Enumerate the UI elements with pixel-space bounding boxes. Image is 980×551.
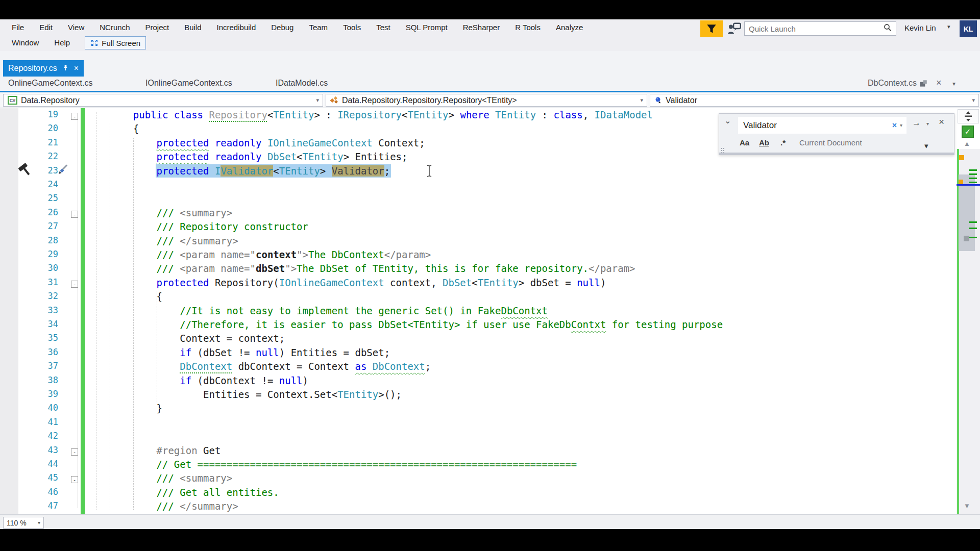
code-line-23[interactable]: 23 protected IValidator<TEntity> Validat…: [0, 165, 960, 179]
code-text: protected readonly DbSet<TEntity> Entiti…: [110, 151, 407, 162]
code-editor[interactable]: 19- public class Repository<TEntity> : I…: [0, 108, 980, 514]
vertical-scrollbar[interactable]: ✓ ▲ ▼: [957, 108, 980, 514]
quick-launch-input[interactable]: [745, 24, 879, 33]
user-menu-caret-icon[interactable]: ▾: [947, 23, 950, 30]
fold-collapse-box[interactable]: -: [71, 113, 78, 120]
code-line-30[interactable]: 30 /// <param name="dbSet">The DbSet of …: [0, 263, 960, 277]
splitter-handle[interactable]: [958, 109, 979, 123]
fold-collapse-box[interactable]: -: [71, 448, 78, 456]
code-line-32[interactable]: 32 {: [0, 291, 960, 305]
code-line-29[interactable]: 29 /// <param name="context">The DbConte…: [0, 249, 960, 263]
menu-sql-prompt[interactable]: SQL Prompt: [398, 20, 455, 35]
code-line-26[interactable]: 26- /// <summary>: [0, 207, 960, 221]
code-text: {: [110, 123, 139, 134]
menu-analyze[interactable]: Analyze: [548, 20, 591, 35]
find-expand-chevron-icon[interactable]: ⌄: [724, 116, 731, 126]
line-number: 40: [20, 403, 58, 413]
dock-preview-tab-icon[interactable]: [919, 80, 928, 90]
quick-action-hammer-icon[interactable]: [17, 162, 33, 180]
menu-tools[interactable]: Tools: [335, 20, 369, 35]
code-line-46[interactable]: 46 /// Get all entities.: [0, 487, 960, 500]
line-number: 32: [20, 291, 58, 301]
close-find-icon[interactable]: ×: [939, 116, 944, 128]
code-line-43[interactable]: 43- #region Get: [0, 445, 960, 459]
line-number: 36: [20, 347, 58, 357]
search-history-caret-icon[interactable]: ▾: [900, 122, 906, 128]
code-line-33[interactable]: 33 //It is not easy to implement the gen…: [0, 305, 960, 319]
menu-build[interactable]: Build: [177, 20, 209, 35]
code-line-40[interactable]: 40 }: [0, 403, 960, 416]
menu-team[interactable]: Team: [301, 20, 335, 35]
drag-handle[interactable]: [721, 147, 725, 153]
find-next-icon[interactable]: →: [912, 118, 921, 128]
whole-word-toggle[interactable]: Ab: [759, 138, 769, 147]
code-line-37[interactable]: 37 DbContext dbContext = Context as DbCo…: [0, 361, 960, 374]
find-input-box: × ▾: [738, 117, 906, 134]
code-text: // Get =================================…: [110, 459, 577, 470]
menu-help[interactable]: Help: [46, 36, 78, 50]
tab-ionlinegamecontext-cs[interactable]: IOnlineGameContext.cs: [145, 79, 232, 88]
pin-icon[interactable]: [62, 64, 69, 73]
menu-test[interactable]: Test: [369, 20, 398, 35]
code-line-45[interactable]: 45- /// <summary>: [0, 472, 960, 486]
scroll-down-icon[interactable]: ▼: [964, 502, 970, 510]
search-scope-value[interactable]: Current Document: [799, 138, 862, 147]
code-line-31[interactable]: 31- protected Repository(IOnlineGameCont…: [0, 277, 960, 291]
code-text: /// </summary>: [110, 235, 238, 246]
code-line-35[interactable]: 35 Context = context;: [0, 333, 960, 346]
member-dropdown[interactable]: Validator ▾: [650, 94, 979, 107]
close-icon[interactable]: ×: [74, 64, 79, 73]
clear-search-icon[interactable]: ×: [889, 121, 900, 130]
code-line-47[interactable]: 47 /// </summary>: [0, 500, 960, 514]
code-line-25[interactable]: 25: [0, 193, 960, 207]
code-line-39[interactable]: 39 Entities = Context.Set<TEntity>();: [0, 389, 960, 403]
code-line-27[interactable]: 27 /// Repository constructor: [0, 221, 960, 235]
editor-bottom-strip: 110 % ▾: [0, 514, 980, 529]
scroll-up-icon[interactable]: ▲: [964, 140, 970, 147]
code-line-24[interactable]: 24: [0, 179, 960, 193]
code-line-38[interactable]: 38 if (dbContext != null): [0, 375, 960, 389]
code-line-34[interactable]: 34 //Therefore, it is easier to pass DbS…: [0, 319, 960, 333]
class-icon: [330, 96, 338, 104]
project-dropdown[interactable]: C# Data.Repository ▾: [3, 94, 323, 107]
code-line-41[interactable]: 41: [0, 417, 960, 431]
menu-debug[interactable]: Debug: [263, 20, 301, 35]
code-line-36[interactable]: 36 if (dbSet != null) Entities = dbSet;: [0, 347, 960, 361]
menu-view[interactable]: View: [60, 20, 92, 35]
search-icon[interactable]: [879, 23, 896, 34]
full-screen-button[interactable]: Full Screen: [85, 36, 146, 49]
menu-project[interactable]: Project: [137, 20, 177, 35]
feedback-button[interactable]: [727, 22, 742, 36]
file-health-indicator[interactable]: ✓: [962, 126, 974, 138]
fold-collapse-box[interactable]: -: [71, 476, 78, 483]
match-case-toggle[interactable]: Aa: [740, 138, 749, 147]
close-right-tab-icon[interactable]: ×: [936, 78, 942, 88]
user-name[interactable]: Kevin Lin: [904, 23, 936, 32]
menu-incredibuild[interactable]: Incredibuild: [209, 20, 264, 35]
fold-collapse-box[interactable]: -: [71, 211, 78, 218]
type-dropdown[interactable]: Data.Repository.Repository.Repository<TE…: [326, 94, 647, 107]
menu-file[interactable]: File: [4, 20, 32, 35]
avatar[interactable]: KL: [960, 20, 977, 37]
tab-dbcontext[interactable]: DbContext.cs: [868, 79, 917, 88]
code-line-44[interactable]: 44 // Get ==============================…: [0, 459, 960, 472]
code-line-42[interactable]: 42: [0, 431, 960, 444]
menu-ncrunch[interactable]: NCrunch: [92, 20, 137, 35]
tab-idatamodel-cs[interactable]: IDataModel.cs: [276, 79, 328, 88]
find-options-caret-icon[interactable]: ▾: [926, 121, 929, 127]
menu-resharper[interactable]: ReSharper: [455, 20, 508, 35]
menu-r-tools[interactable]: R Tools: [507, 20, 548, 35]
regex-toggle[interactable]: .*: [780, 138, 786, 147]
menu-edit[interactable]: Edit: [32, 20, 60, 35]
line-number: 28: [20, 235, 58, 245]
find-input[interactable]: [738, 120, 889, 131]
tab-onlinegamecontext-cs[interactable]: OnlineGameContext.cs: [8, 79, 92, 88]
scope-caret-icon[interactable]: ▾: [924, 141, 928, 151]
tab-list-caret-icon[interactable]: ▾: [952, 80, 955, 87]
zoom-control[interactable]: 110 % ▾: [3, 517, 44, 529]
fold-collapse-box[interactable]: -: [71, 281, 78, 288]
menu-filter-button[interactable]: [700, 20, 723, 37]
tab-repository[interactable]: Repository.cs ×: [3, 60, 84, 77]
code-line-28[interactable]: 28 /// </summary>: [0, 235, 960, 249]
menu-window[interactable]: Window: [4, 36, 46, 50]
